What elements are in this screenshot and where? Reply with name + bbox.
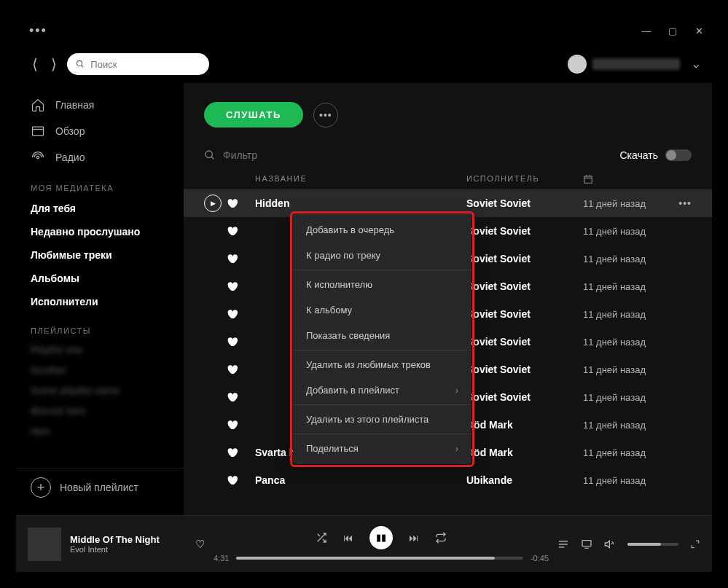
track-artist[interactable]: Soviet Soviet	[466, 336, 583, 348]
track-artist[interactable]: Soviet Soviet	[466, 225, 583, 237]
nav-forward-button[interactable]: ⟩	[48, 52, 60, 76]
more-options-button[interactable]: •••	[313, 103, 338, 128]
track-artist[interactable]: Död Mark	[466, 447, 583, 458]
player-bar: Middle Of The Night Evol Intent ♡ ⏮ ▮▮ ⏭…	[16, 515, 712, 572]
track-date: 11 дней назад	[583, 392, 692, 403]
ctx-remove-playlist[interactable]: Удалить из этого плейлиста	[293, 407, 471, 432]
now-playing-title[interactable]: Middle Of The Night	[70, 534, 187, 545]
sidebar-browse[interactable]: Обзор	[16, 118, 184, 144]
next-button[interactable]: ⏭	[409, 532, 419, 544]
like-button[interactable]	[226, 391, 255, 403]
track-date: 11 дней назад	[583, 226, 692, 237]
playlists-header: ПЛЕЙЛИСТЫ	[16, 313, 184, 340]
like-button[interactable]	[226, 281, 255, 292]
separator	[293, 350, 471, 350]
filter-input[interactable]	[223, 149, 613, 161]
queue-button[interactable]	[557, 538, 569, 550]
filter-row: Скачать	[184, 141, 712, 170]
new-playlist-button[interactable]: + Новый плейлист	[16, 468, 184, 506]
play-pause-button[interactable]: ▮▮	[369, 526, 393, 549]
fullscreen-button[interactable]	[690, 539, 700, 549]
track-date: 11 дней назад	[583, 364, 692, 375]
close-button[interactable]: ✕	[693, 26, 705, 36]
nav-back-button[interactable]: ⟨	[29, 52, 41, 76]
like-button[interactable]	[226, 364, 255, 375]
sidebar-home[interactable]: Главная	[16, 92, 184, 118]
search-box[interactable]	[67, 53, 209, 75]
user-menu[interactable]: ⌵	[568, 55, 699, 74]
lib-albums[interactable]: Альбомы	[16, 267, 184, 290]
like-button[interactable]	[226, 253, 255, 264]
playlist-item[interactable]: Item	[16, 421, 184, 442]
search-input[interactable]	[90, 59, 200, 70]
progress-bar: 4:31 -0:45	[214, 554, 549, 562]
track-row[interactable]: ▶HiddenSoviet Soviet11 дней назад•••	[184, 189, 712, 217]
col-title[interactable]: НАЗВАНИЕ	[255, 174, 466, 184]
download-toggle[interactable]	[665, 149, 692, 161]
like-button[interactable]	[226, 474, 255, 486]
progress-track[interactable]	[236, 557, 523, 560]
playlist-item[interactable]: Some playlist name	[16, 380, 184, 401]
ctx-add-queue[interactable]: Добавить в очередь	[293, 217, 471, 243]
lib-liked[interactable]: Любимые треки	[16, 243, 184, 267]
ctx-share[interactable]: Поделиться›	[293, 436, 471, 461]
devices-button[interactable]	[581, 538, 592, 550]
track-artist[interactable]: Soviet Soviet	[466, 197, 583, 209]
track-artist[interactable]: Soviet Soviet	[466, 308, 583, 320]
now-playing-artist[interactable]: Evol Intent	[70, 545, 187, 554]
search-icon	[204, 149, 216, 161]
lib-recent[interactable]: Недавно прослушано	[16, 220, 184, 243]
svg-rect-7	[584, 176, 592, 183]
minimize-button[interactable]: —	[641, 26, 652, 36]
ctx-add-playlist[interactable]: Добавить в плейлист›	[293, 377, 471, 403]
track-row[interactable]: PancaUbikande11 дней назад	[184, 466, 712, 494]
ctx-show-info[interactable]: Показать сведения	[293, 323, 471, 348]
track-artist[interactable]: Soviet Soviet	[466, 364, 583, 375]
ctx-to-album[interactable]: К альбому	[293, 297, 471, 323]
track-artist[interactable]: Soviet Soviet	[466, 281, 583, 292]
maximize-button[interactable]: ▢	[667, 26, 678, 36]
play-all-button[interactable]: СЛУШАТЬ	[204, 102, 303, 128]
context-menu: Добавить в очередь К радио по треку К ис…	[293, 214, 471, 464]
col-artist[interactable]: ИСПОЛНИТЕЛЬ	[466, 174, 583, 184]
ctx-track-radio[interactable]: К радио по треку	[293, 243, 471, 268]
track-artist[interactable]: Soviet Soviet	[466, 391, 583, 403]
volume-button[interactable]	[604, 538, 616, 550]
now-playing-cover[interactable]	[28, 528, 61, 561]
ctx-remove-liked[interactable]: Удалить из любимых треков	[293, 352, 471, 377]
like-button[interactable]	[226, 197, 255, 209]
track-artist[interactable]: Ubikande	[466, 474, 583, 486]
player-right	[557, 538, 700, 550]
track-date: 11 дней назад	[583, 420, 692, 431]
separator	[293, 434, 471, 434]
like-button[interactable]	[226, 447, 255, 458]
playlist-item[interactable]: Playlist one	[16, 340, 184, 360]
lib-artists[interactable]: Исполнители	[16, 290, 184, 313]
separator	[293, 270, 471, 270]
track-artist[interactable]: Soviet Soviet	[466, 253, 583, 264]
new-playlist-label: Новый плейлист	[60, 482, 138, 493]
app-menu-button[interactable]: •••	[23, 23, 53, 39]
play-icon[interactable]: ▶	[204, 195, 222, 212]
col-date[interactable]	[583, 174, 593, 184]
browse-icon	[31, 124, 45, 138]
track-more-button[interactable]: •••	[678, 197, 692, 209]
chevron-right-icon: ›	[455, 444, 458, 454]
track-artist[interactable]: Död Mark	[466, 419, 583, 431]
like-button[interactable]	[226, 336, 255, 348]
lib-for-you[interactable]: Для тебя	[16, 197, 184, 220]
column-headers: НАЗВАНИЕ ИСПОЛНИТЕЛЬ	[184, 170, 712, 189]
topbar: ⟨ ⟩ ⌵	[16, 45, 712, 83]
volume-slider[interactable]	[627, 543, 678, 546]
like-button[interactable]	[226, 308, 255, 320]
ctx-to-artist[interactable]: К исполнителю	[293, 272, 471, 297]
repeat-button[interactable]	[435, 532, 447, 544]
like-button[interactable]	[226, 419, 255, 431]
like-button[interactable]: ♡	[195, 538, 205, 551]
sidebar-radio[interactable]: Радио	[16, 144, 184, 170]
playlist-item[interactable]: Blurred item	[16, 401, 184, 421]
prev-button[interactable]: ⏮	[343, 532, 353, 544]
shuffle-button[interactable]	[316, 532, 327, 544]
like-button[interactable]	[226, 225, 255, 237]
playlist-item[interactable]: Another	[16, 360, 184, 380]
